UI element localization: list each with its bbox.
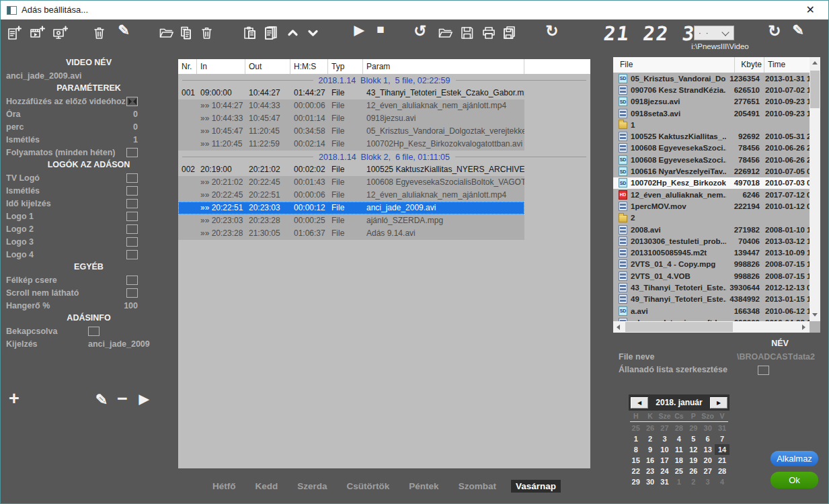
checkbox-unchecked[interactable] [126, 276, 138, 285]
file-column-header[interactable]: Time [764, 57, 810, 73]
schedule-row-selected[interactable]: »» 20:22:5120:23:0300:00:12Fileanci_jade… [178, 202, 524, 214]
schedule-row[interactable]: »» 20:21:0220:22:4500:01:43File100608 Eg… [178, 176, 524, 189]
add-list-icon[interactable] [6, 24, 22, 42]
permanent-list-checkbox[interactable] [758, 366, 769, 375]
calendar-next-button[interactable]: ▶ [710, 397, 727, 409]
save-pages-icon[interactable] [502, 24, 518, 42]
file-column-header[interactable]: Kbyte [735, 57, 764, 73]
calendar-day[interactable]: 2 [686, 476, 701, 487]
file-row[interactable]: 0918seta3.avi2054912010-09-23 1 [613, 108, 810, 119]
horizontal-scroll-thumb[interactable] [625, 322, 733, 332]
calendar-day[interactable]: 2 [643, 433, 657, 444]
schedule-row[interactable]: 00220:19:0020:21:0200:02:02File100525 Ka… [178, 163, 524, 176]
calendar-day[interactable]: 24 [658, 466, 672, 476]
file-row[interactable]: 100608 EgyevesekaSzoci...784562010-06-26… [613, 154, 810, 165]
calendar-day[interactable]: 10 [658, 444, 672, 455]
file-row[interactable]: a.avi1663482010-06-12 1 [613, 305, 810, 317]
calendar-day[interactable]: 4 [715, 476, 729, 487]
schedule-row[interactable]: »» 20:23:2821:30:0501:06:37FileAdás 9.14… [178, 227, 524, 240]
calendar-day[interactable]: 29 [629, 476, 643, 487]
file-row[interactable]: 1percMOV.mov2221942010-01-12 0 [613, 200, 810, 212]
calendar-day[interactable]: 27 [701, 466, 715, 476]
add-display-icon[interactable] [52, 24, 68, 42]
stop-icon[interactable]: ■ [372, 22, 389, 37]
scroll-left-icon[interactable] [617, 325, 620, 330]
vertical-scroll-thumb[interactable] [810, 71, 820, 108]
move-down-icon[interactable] [305, 24, 321, 42]
file-row-selected[interactable]: 100702Hp_Kesz_Birkozok...4970182010-07-0… [613, 177, 810, 189]
apply-button[interactable]: Alkalmaz [771, 451, 818, 466]
calendar-day[interactable]: 13 [701, 444, 715, 455]
open-folder-icon[interactable] [159, 24, 175, 42]
scroll-right-icon[interactable] [802, 325, 805, 330]
calendar-day[interactable]: 12 [686, 444, 701, 455]
drive-select-dropdown[interactable]: · · [694, 26, 734, 40]
checkbox-unchecked[interactable] [126, 186, 138, 196]
calendar-day[interactable]: 20 [701, 455, 715, 466]
calendar-day[interactable]: 18 [672, 455, 686, 466]
schedule-row[interactable]: 00109:00:0010:44:2701:44:27File43_Tihany… [178, 87, 524, 99]
calendar-prev-button[interactable]: ◀ [631, 397, 648, 409]
schedule-row[interactable]: »» 11:20:4511:22:5900:02:14File100702Hp_… [178, 138, 524, 151]
file-row[interactable]: 090706 Kesz StrandKézia...6265102010-07-… [613, 84, 810, 95]
checkbox-unchecked[interactable] [126, 288, 138, 298]
calendar-day[interactable]: 27 [658, 423, 672, 433]
calendar-day[interactable]: 11 [672, 444, 686, 455]
checkbox-unchecked[interactable] [126, 173, 138, 183]
checkbox-unchecked[interactable] [88, 327, 100, 336]
schedule-row[interactable]: »» 10:44:3310:45:4700:01:14File0918jezsu… [178, 112, 524, 125]
calendar-day[interactable]: 31 [658, 476, 672, 487]
tab-hétfő[interactable]: Hétfő [208, 480, 241, 493]
calendar-day[interactable]: 26 [643, 423, 657, 433]
file-row[interactable]: 0918jezsu.avi2776512010-09-23 1 [613, 96, 810, 108]
schedule-row[interactable]: »» 10:44:2710:44:3300:00:06File12_éven_a… [178, 99, 524, 112]
scroll-up-icon[interactable] [812, 61, 818, 65]
schedule-row[interactable]: »» 20:22:4520:22:5100:00:06File12_éven_a… [178, 189, 524, 202]
paste-pages-icon[interactable] [263, 24, 279, 42]
calendar-day[interactable]: 25 [672, 466, 686, 476]
calendar-day[interactable]: 16 [643, 455, 657, 466]
ok-button[interactable]: Ok [771, 472, 818, 489]
calendar-day[interactable]: 28 [672, 423, 686, 433]
calendar-day[interactable]: 17 [658, 455, 672, 466]
file-row[interactable]: 100525 KaktuszKiallitas_...926922010-05-… [613, 130, 810, 142]
tab-vasárnap[interactable]: Vasárnap [511, 480, 561, 493]
calendar-day[interactable]: 15 [629, 455, 643, 466]
calendar-day[interactable]: 31 [715, 423, 729, 433]
file-row[interactable]: 05_Krisztus_Vandorai_Do...12363542013-01… [613, 73, 810, 84]
calendar-day-selected[interactable]: 14 [715, 444, 729, 455]
checkbox-unchecked[interactable] [126, 224, 138, 234]
add-video-icon[interactable] [29, 24, 45, 42]
calendar-day[interactable]: 5 [686, 433, 701, 444]
checkbox-unchecked[interactable] [126, 212, 138, 221]
save-icon[interactable] [459, 24, 475, 42]
tab-csütörtök[interactable]: Csütörtök [342, 480, 395, 493]
file-row[interactable]: 20130306_testuleti_prob...704062013-03-1… [613, 235, 810, 247]
play-button[interactable]: ▶ [135, 391, 153, 407]
file-row[interactable]: 100616 NyarVeszelyeiTav...2269122010-07-… [613, 165, 810, 177]
file-column-header[interactable]: File [613, 57, 735, 73]
scroll-down-icon[interactable] [812, 313, 818, 317]
copy-icon[interactable] [178, 24, 194, 42]
calendar-day[interactable]: 4 [672, 433, 686, 444]
play-icon[interactable]: ▶ [350, 22, 368, 38]
file-row[interactable]: 43_Tihanyi_Tetoteri_Este...39306442012-1… [613, 282, 810, 293]
file-row[interactable]: 12_éven_aluliaknak_nem...62462017-07-12 … [613, 189, 810, 200]
calendar-day[interactable]: 1 [629, 433, 643, 444]
calendar-day[interactable]: 9 [643, 444, 657, 455]
file-row[interactable]: 100608 EgyevesekaSzoci...784562010-06-26… [613, 142, 810, 154]
paste-icon[interactable] [242, 24, 258, 42]
tab-kedd[interactable]: Kedd [251, 480, 283, 493]
file-row[interactable]: 2 [613, 212, 810, 224]
refresh-icon[interactable]: ↻ [543, 22, 561, 40]
close-button[interactable]: ✕ [802, 3, 819, 16]
delete-2-icon[interactable] [199, 24, 215, 42]
calendar-day[interactable]: 25 [629, 423, 643, 433]
calendar-day[interactable]: 30 [701, 423, 715, 433]
calendar-day[interactable]: 21 [715, 455, 729, 466]
calendar-day[interactable]: 8 [629, 444, 643, 455]
add-button[interactable]: + [5, 388, 23, 409]
calendar-day[interactable]: 29 [686, 423, 701, 433]
calendar-day[interactable]: 23 [643, 466, 657, 476]
refresh-right-icon[interactable]: ↻ [766, 22, 783, 40]
